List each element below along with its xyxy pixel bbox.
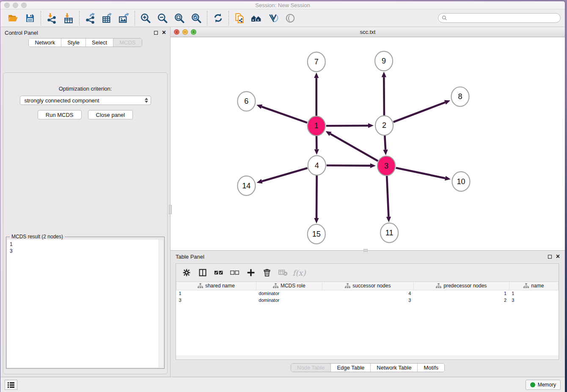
delete-table-button[interactable] (277, 266, 289, 279)
network-maximize-button[interactable]: + (191, 29, 196, 35)
show-hide-style-button[interactable] (265, 11, 282, 26)
network-canvas[interactable]: 7968124314101511 (171, 37, 565, 250)
tab-network[interactable]: Network (29, 39, 61, 47)
search-input[interactable] (449, 15, 557, 21)
run-mcds-button[interactable]: Run MCDS (38, 110, 82, 119)
zoom-in-button[interactable] (137, 11, 154, 26)
export-network-button[interactable] (82, 11, 99, 26)
refresh-button[interactable] (209, 11, 226, 26)
table-cell[interactable]: 4 (322, 290, 413, 297)
delete-row-button[interactable] (261, 266, 273, 279)
graph-edge-arrowhead (370, 163, 376, 168)
tab-node-table[interactable]: Node Table (291, 364, 331, 372)
graph-edge-arrowhead (444, 100, 450, 105)
function-builder-button[interactable]: f(x) (293, 266, 306, 279)
horizontal-splitter-grip[interactable] (363, 249, 368, 252)
table-row[interactable]: 3dominator323 (176, 297, 559, 304)
column-type-icon (345, 283, 350, 288)
first-neighbors-button[interactable] (248, 11, 265, 26)
column-header-successor-nodes[interactable]: successor nodes (322, 282, 413, 290)
save-session-button[interactable] (22, 11, 39, 26)
export-network-icon (85, 13, 96, 24)
table-cell[interactable]: 3 (322, 297, 413, 304)
table-cell[interactable]: dominator (256, 297, 322, 304)
import-network-button[interactable] (43, 11, 60, 26)
close-panel-button[interactable]: Close panel (88, 110, 133, 119)
maximize-window-button[interactable] (21, 3, 27, 8)
zoom-out-button[interactable] (154, 11, 171, 26)
graph-edge-3-11[interactable] (387, 176, 388, 217)
column-type-icon (273, 283, 278, 288)
node-table-container: f(x) shared nameMCDS rolesuccessor nodes… (176, 263, 559, 360)
tab-mcds[interactable]: MCDS (113, 39, 141, 47)
network-minimize-button[interactable]: − (182, 29, 188, 35)
table-cell[interactable]: dominator (256, 290, 322, 297)
graph-edge-1-2[interactable] (326, 126, 368, 126)
zoom-selected-button[interactable] (188, 11, 205, 26)
status-bar: Memory (0, 377, 565, 392)
zoom-fit-button[interactable] (171, 11, 188, 26)
graph-edge-4-14[interactable] (262, 168, 308, 181)
graph-edge-2-3[interactable] (385, 135, 385, 149)
graph-edge-2-9[interactable] (384, 77, 384, 116)
search-field[interactable] (438, 13, 561, 23)
minimize-window-button[interactable] (13, 3, 18, 8)
network-graph[interactable]: 7968124314101511 (171, 37, 565, 251)
refresh-icon (213, 13, 223, 23)
table-cell[interactable]: 1 (176, 290, 256, 297)
table-hscrollbar[interactable] (176, 356, 559, 359)
deselect-all-button[interactable] (228, 266, 241, 279)
graph-edge-4-15[interactable] (317, 175, 317, 218)
memory-button[interactable]: Memory (526, 380, 561, 390)
show-column-button[interactable] (196, 266, 209, 279)
graph-edge-3-1[interactable] (330, 134, 378, 161)
table-cell[interactable]: 3 (176, 297, 256, 304)
column-header-label: successor nodes (352, 283, 391, 289)
toolbar-separator (79, 11, 80, 25)
tab-network-table[interactable]: Network Table (371, 364, 418, 372)
clone-network-button[interactable] (231, 11, 248, 26)
mcds-result-text[interactable]: 13 (7, 240, 163, 367)
select-all-button[interactable] (212, 266, 225, 279)
add-row-button[interactable] (245, 266, 257, 279)
float-table-panel-icon[interactable] (548, 255, 552, 259)
mcds-result-scrollbar[interactable] (159, 240, 163, 367)
table-cell[interactable]: 1 (413, 290, 509, 297)
column-header-shared-name[interactable]: shared name (176, 282, 256, 290)
float-panel-icon[interactable] (154, 31, 158, 35)
column-header-MCDS-role[interactable]: MCDS role (256, 282, 322, 290)
tab-style[interactable]: Style (61, 39, 86, 47)
table-cell[interactable]: 1 (509, 290, 558, 297)
vertical-splitter-grip[interactable] (169, 205, 172, 214)
network-window-titlebar: x − + scc.txt (171, 27, 565, 37)
open-file-button[interactable] (5, 11, 22, 26)
close-window-button[interactable] (4, 3, 10, 8)
table-cell[interactable]: 2 (413, 297, 509, 304)
export-table-button[interactable] (99, 11, 116, 26)
network-close-button[interactable]: x (174, 29, 179, 35)
tab-motifs[interactable]: Motifs (418, 364, 444, 372)
close-table-panel-icon[interactable]: × (556, 254, 560, 259)
table-panel-title: Table Panel (176, 254, 204, 260)
graph-edge-4-3[interactable] (327, 166, 370, 166)
table-row[interactable]: 1dominator411 (176, 290, 559, 297)
column-header-label: name (531, 283, 544, 289)
column-header-predecessor-nodes[interactable]: predecessor nodes (413, 282, 509, 290)
node-table[interactable]: shared nameMCDS rolesuccessor nodesprede… (176, 282, 559, 304)
column-header-name[interactable]: name (509, 282, 558, 290)
memory-label: Memory (538, 382, 556, 388)
table-cell[interactable]: 3 (509, 297, 558, 304)
close-panel-icon[interactable]: × (162, 30, 166, 35)
graph-edge-2-8[interactable] (394, 102, 445, 122)
table-settings-button[interactable] (180, 266, 193, 279)
tab-select[interactable]: Select (86, 39, 113, 47)
import-table-button[interactable] (60, 11, 77, 26)
eye-detail-icon (285, 13, 296, 24)
task-history-button[interactable] (5, 380, 17, 390)
graph-edge-3-10[interactable] (396, 168, 446, 178)
tab-edge-table[interactable]: Edge Table (331, 364, 371, 372)
criterion-select[interactable]: strongly connected component (20, 96, 151, 105)
export-image-button[interactable] (116, 11, 132, 26)
show-graphics-details-button[interactable] (282, 11, 299, 26)
graph-edge-1-6[interactable] (261, 107, 307, 123)
